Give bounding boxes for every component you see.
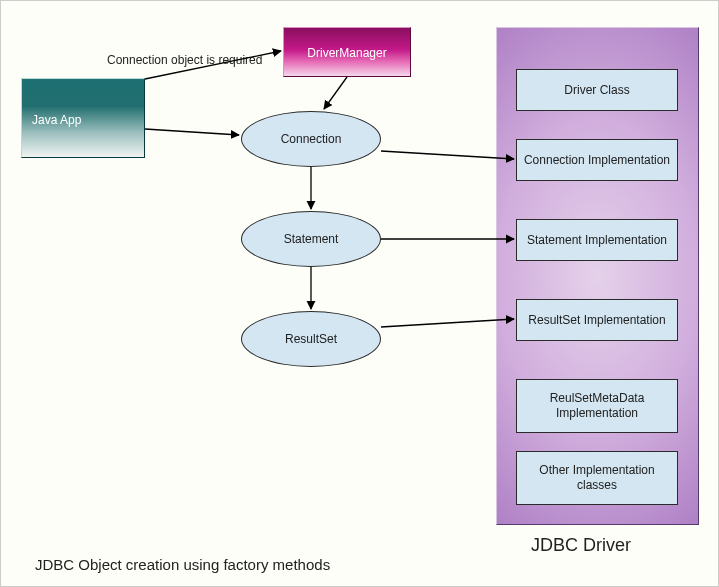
svg-line-2 — [324, 77, 347, 109]
resultset-node: ResultSet — [241, 311, 381, 367]
svg-line-5 — [381, 151, 514, 159]
svg-line-7 — [381, 319, 514, 327]
connection-node: Connection — [241, 111, 381, 167]
diagram-caption: JDBC Object creation using factory metho… — [35, 556, 455, 573]
svg-line-1 — [145, 129, 239, 135]
java-app-node: Java App — [21, 78, 145, 158]
statement-node: Statement — [241, 211, 381, 267]
driver-item-resultset-impl: ResultSet Implementation — [516, 299, 678, 341]
driver-item-driver-class: Driver Class — [516, 69, 678, 111]
driver-item-other-impl: Other Implementation classes — [516, 451, 678, 505]
driver-item-statement-impl: Statement Implementation — [516, 219, 678, 261]
connection-required-label: Connection object is required — [107, 53, 287, 67]
driver-item-connection-impl: Connection Implementation — [516, 139, 678, 181]
driver-item-resultsetmetadata-impl: ReulSetMetaData Implementation — [516, 379, 678, 433]
driver-manager-node: DriverManager — [283, 27, 411, 77]
jdbc-driver-caption: JDBC Driver — [531, 535, 711, 556]
